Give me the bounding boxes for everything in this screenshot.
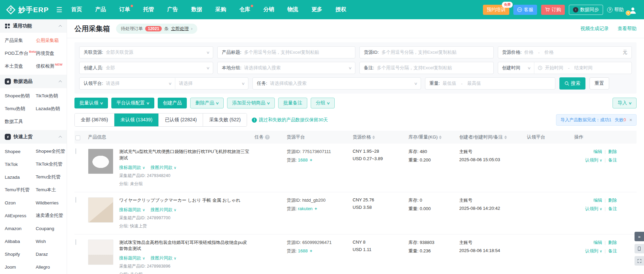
sidebar-item[interactable]: Wish xyxy=(36,235,67,248)
nav-item-11[interactable]: 授权 xyxy=(335,6,346,13)
product-title-input[interactable]: 产品标题: 多个用逗号分隔，支持Excel复制粘贴 xyxy=(217,46,355,58)
plus-icon[interactable]: + xyxy=(310,157,312,163)
user-avatar[interactable]: V xyxy=(628,5,638,15)
data-sync-button[interactable]: ↑ 数据同步 xyxy=(569,5,603,15)
claim-to-link[interactable]: 认领到 ∨ xyxy=(585,157,602,163)
nav-item-10[interactable]: 更多 xyxy=(311,6,322,13)
sidebar-item[interactable]: TikTok热销 xyxy=(36,90,67,102)
sidebar-item[interactable]: TikTok全托管 xyxy=(36,158,67,171)
tab-3[interactable]: 采集失败 (522) xyxy=(203,114,247,126)
sidebar-item[interactable]: Temu全托管 xyxy=(36,171,67,183)
sidebar-item[interactable]: 速卖通全托管 xyxy=(36,209,67,222)
edit-link[interactable]: 编辑 xyxy=(594,149,602,154)
toolbar-button[interactable]: 创建产品 xyxy=(158,98,187,108)
sidebar-item[interactable]: 跨境货盘 xyxy=(36,47,67,60)
create-time-range[interactable]: 创建时间 ∨ 开始时间 - 结束时间 xyxy=(498,62,632,74)
source-id-input[interactable]: 货源ID: 多个用逗号分隔，支持Excel复制粘贴 xyxy=(359,46,493,58)
search-same-title-link[interactable]: 搜标题同款 ∨ xyxy=(119,165,145,171)
import-button[interactable]: 导入∨ xyxy=(613,98,637,108)
process-now-link[interactable]: 立即处理 xyxy=(171,26,188,32)
claim-to-link[interactable]: 认领到 ∨ xyxy=(585,248,602,253)
nav-item-8[interactable]: 分销 xyxy=(263,6,274,13)
app-logo[interactable]: 妙手ERP xyxy=(6,5,49,15)
select-all-checkbox[interactable] xyxy=(75,135,80,140)
source-price-range[interactable]: 货源价格: 价格 - 价格 元 xyxy=(498,46,632,58)
sidebar-item[interactable]: AliExpress xyxy=(5,209,36,222)
source-platform-link[interactable]: 1688 xyxy=(298,157,308,163)
claim-to-link[interactable]: 认领到 ∨ xyxy=(585,206,602,211)
nav-item-7[interactable]: 仓库 xyxy=(239,6,250,13)
plus-icon[interactable]: + xyxy=(315,206,317,211)
edit-link[interactable]: 编辑 xyxy=(594,240,602,245)
edit-link[interactable]: 编辑 xyxy=(594,198,602,203)
product-thumbnail[interactable] xyxy=(88,197,113,223)
nav-item-3[interactable]: 托管 xyxy=(143,6,154,13)
search-same-image-link[interactable]: 搜图片同款 ∨ xyxy=(151,207,177,213)
nav-item-4[interactable]: 广告 xyxy=(167,6,178,13)
sidebar-item[interactable]: Shopee热销 xyxy=(5,90,36,102)
sidebar-item[interactable]: Ozon xyxy=(5,196,36,209)
close-icon[interactable]: × xyxy=(629,117,632,123)
source-platform-link[interactable]: 1688 xyxy=(298,248,308,253)
menu-toggle-icon[interactable]: ☰ xyxy=(56,6,62,13)
product-thumbnail[interactable] xyxy=(88,240,113,265)
toolbar-button[interactable]: 分组∨ xyxy=(311,98,335,108)
row-checkbox[interactable] xyxy=(75,197,76,203)
fullscreen-button[interactable] xyxy=(635,256,644,266)
claim-platform-select[interactable]: 认领平台: 请选择 ∨ 请选择 ∨ xyxy=(79,77,248,90)
search-same-title-link[interactable]: 搜标题同款 ∨ xyxy=(119,207,145,213)
plus-icon[interactable]: + xyxy=(310,248,312,253)
search-same-title-link[interactable]: 搜标题同款 ∨ xyxy=(119,255,145,261)
toolbar-button[interactable]: 平台认领配置∨ xyxy=(111,98,154,108)
remark-link[interactable]: 备注 xyxy=(608,206,617,211)
collapse-panel-button[interactable]: » xyxy=(635,232,644,241)
toolbar-button[interactable]: 批量备注 xyxy=(278,98,307,108)
sidebar-item[interactable]: POD工作台Beta xyxy=(5,47,36,60)
delete-link[interactable]: 删除 xyxy=(608,198,617,203)
sort-icon[interactable] xyxy=(439,135,442,139)
toolbar-button[interactable]: 批量认领∨ xyxy=(74,98,108,108)
sidebar-section-1[interactable]: 数据选品 xyxy=(0,75,67,88)
task-select[interactable]: 任务: 请选择或输入搜索 ∨ xyxy=(252,77,421,90)
source-platform-link[interactable]: rakuten xyxy=(298,206,312,211)
sidebar-item[interactable]: Temu热销 xyxy=(5,102,36,115)
view-help-link[interactable]: 查看帮助 xyxy=(618,26,637,32)
sidebar-item[interactable]: Alibaba xyxy=(5,235,36,248)
toolbar-button[interactable]: 添加至分销商品∨ xyxy=(227,98,275,108)
nav-item-9[interactable]: 物流 xyxy=(287,6,298,13)
sidebar-item[interactable]: 数据工具 xyxy=(5,115,36,128)
sidebar-section-0[interactable]: 通用功能 xyxy=(0,19,67,33)
sidebar-item[interactable]: 侵权检测NEW xyxy=(36,60,67,73)
creator-select[interactable]: 创建人员: 全部 ∨ xyxy=(79,62,213,74)
remark-link[interactable]: 备注 xyxy=(608,248,617,253)
sidebar-item[interactable]: Wildberries xyxy=(36,196,67,209)
local-group-select[interactable]: 本地分组: 请选择或输入搜索 ∨ xyxy=(217,62,355,74)
tab-2[interactable]: 已认领 (22824) xyxy=(159,114,203,126)
sort-icon[interactable] xyxy=(372,135,375,139)
delete-link[interactable]: 删除 xyxy=(608,240,617,245)
mobile-preview-button[interactable] xyxy=(635,244,644,253)
subscribe-button[interactable]: 订购 xyxy=(541,5,565,15)
nav-item-6[interactable]: 采购 xyxy=(215,6,226,13)
tab-1[interactable]: 未认领 (13439) xyxy=(114,114,159,126)
sidebar-section-2[interactable]: 快速上货 xyxy=(0,130,67,144)
sidebar-item[interactable]: 产品采集 xyxy=(5,34,36,47)
sidebar-item[interactable]: Shopee全托管 xyxy=(36,145,67,158)
delete-link[interactable]: 删除 xyxy=(608,149,617,154)
sidebar-item[interactable]: 本土货盘 xyxy=(5,60,36,73)
sidebar-item[interactable]: Lazada xyxy=(5,171,36,183)
search-same-image-link[interactable]: 搜图片同款 ∨ xyxy=(151,255,177,261)
nav-item-5[interactable]: 数据 xyxy=(191,6,202,13)
help-button[interactable]: ? 帮助 xyxy=(607,7,624,13)
sidebar-item[interactable]: Joom xyxy=(5,260,36,273)
sidebar-item[interactable]: 公用采集箱 xyxy=(36,34,67,47)
related-source-select[interactable]: 关联货源: 全部关联货源 ∨ xyxy=(79,46,213,58)
sidebar-item[interactable]: Daraz xyxy=(36,248,67,260)
sidebar-item[interactable]: Shopee xyxy=(5,145,36,158)
sidebar-item[interactable]: Allegro xyxy=(36,260,67,273)
training-button[interactable]: 预约培训 免费 xyxy=(483,5,509,15)
row-checkbox[interactable] xyxy=(75,239,76,245)
row-checkbox[interactable] xyxy=(75,148,76,154)
tab-0[interactable]: 全部 (36785) xyxy=(75,114,114,126)
nav-item-0[interactable]: 首页 xyxy=(71,6,82,13)
